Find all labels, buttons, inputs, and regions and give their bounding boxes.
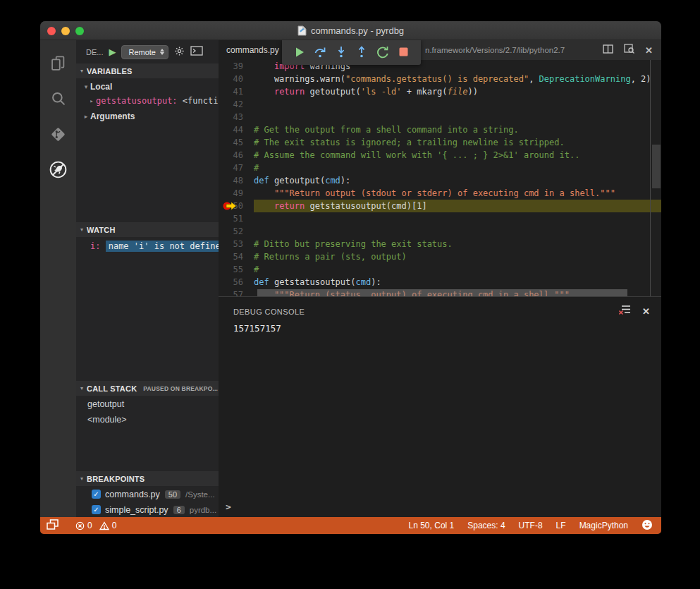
problems-indicator[interactable]: 0 0 bbox=[75, 521, 116, 530]
code-text: warnings.warn("commands.getstatus() is d… bbox=[254, 73, 661, 85]
variables-section-header[interactable]: ▾ VARIABLES bbox=[76, 63, 219, 78]
line-number-gutter[interactable]: 41 bbox=[219, 85, 254, 98]
line-number-gutter[interactable]: 46 bbox=[219, 149, 254, 162]
tab-commands-py[interactable]: commands.py bbox=[219, 40, 292, 60]
line-number-gutter[interactable]: 47 bbox=[219, 162, 254, 174]
line-number-gutter[interactable]: 49 bbox=[219, 187, 254, 200]
twistie-icon[interactable]: ▾ bbox=[82, 83, 90, 90]
close-editor-icon[interactable]: ✕ bbox=[645, 45, 653, 56]
code-line-48[interactable]: 48def getoutput(cmd): bbox=[219, 174, 661, 187]
console-input-prompt[interactable]: > bbox=[226, 502, 231, 512]
code-text: # bbox=[254, 263, 661, 276]
search-icon[interactable] bbox=[40, 81, 76, 116]
line-number-gutter[interactable]: 51 bbox=[219, 212, 254, 225]
line-number-gutter[interactable]: 42 bbox=[219, 98, 254, 111]
window-title: commands.py - pyrdbg bbox=[297, 25, 404, 36]
breakpoint-line-badge: 6 bbox=[173, 506, 185, 514]
line-number-gutter[interactable]: 39 bbox=[219, 60, 254, 73]
code-line-52[interactable]: 52 bbox=[219, 225, 661, 238]
clear-console-icon[interactable] bbox=[619, 305, 630, 317]
debug-console-panel: DEBUG CONSOLE ✕ 157157157 > bbox=[219, 296, 661, 517]
line-number-gutter[interactable]: 43 bbox=[219, 111, 254, 123]
debug-icon[interactable] bbox=[40, 152, 76, 187]
split-editor-icon[interactable] bbox=[603, 44, 613, 56]
remote-indicator-icon[interactable] bbox=[47, 519, 59, 532]
debug-config-dropdown[interactable]: Remote bbox=[121, 45, 168, 59]
breakpoint-checkbox[interactable]: ✓ bbox=[92, 505, 101, 514]
code-text: # The exit status is ignored; a trailing… bbox=[254, 136, 661, 149]
editor-area: commands.py n.framework/Versions/2.7/lib… bbox=[219, 40, 661, 517]
line-number-gutter[interactable]: 54 bbox=[219, 250, 254, 263]
line-number-gutter[interactable]: 55 bbox=[219, 263, 254, 276]
restart-button[interactable] bbox=[374, 44, 391, 61]
watch-expression-row[interactable]: i: name 'i' is not defined bbox=[76, 239, 219, 253]
zoom-window-button[interactable] bbox=[75, 27, 84, 35]
code-editor[interactable]: 39 import warnings40 warnings.warn("comm… bbox=[219, 60, 661, 296]
step-into-button[interactable] bbox=[333, 44, 350, 61]
watch-section-header[interactable]: ▾ WATCH bbox=[76, 222, 219, 237]
preview-icon[interactable] bbox=[624, 44, 634, 56]
code-line-44[interactable]: 44# Get the output from a shell command … bbox=[219, 123, 661, 136]
vertical-scrollbar[interactable] bbox=[652, 145, 661, 188]
call-stack-section-header[interactable]: ▾ CALL STACK PAUSED ON BREAKPO... bbox=[76, 381, 219, 396]
code-line-51[interactable]: 51 bbox=[219, 212, 661, 225]
configure-gear-icon[interactable] bbox=[174, 46, 185, 59]
code-line-45[interactable]: 45# The exit status is ignored; a traili… bbox=[219, 136, 661, 149]
twistie-icon[interactable]: ▸ bbox=[82, 113, 90, 120]
breakpoint-row[interactable]: ✓ simple_script.py 6 pyrdb... bbox=[76, 502, 219, 517]
code-line-40[interactable]: 40 warnings.warn("commands.getstatus() i… bbox=[219, 73, 661, 85]
code-line-43[interactable]: 43 bbox=[219, 111, 661, 123]
indentation[interactable]: Spaces: 4 bbox=[467, 521, 505, 530]
horizontal-scrollbar[interactable] bbox=[257, 289, 627, 296]
twistie-icon[interactable]: ▸ bbox=[87, 97, 96, 104]
encoding[interactable]: UTF-8 bbox=[519, 521, 543, 530]
language-mode[interactable]: MagicPython bbox=[579, 521, 628, 530]
cursor-position[interactable]: Ln 50, Col 1 bbox=[409, 521, 455, 530]
code-line-41[interactable]: 41 return getoutput('ls -ld' + mkarg(fil… bbox=[219, 85, 661, 98]
stack-frame-row[interactable]: <module> bbox=[76, 413, 219, 427]
breakpoint-checkbox[interactable]: ✓ bbox=[92, 490, 101, 499]
line-number-gutter[interactable]: 44 bbox=[219, 123, 254, 136]
debug-view-title: DE... bbox=[86, 48, 103, 56]
line-number-gutter[interactable]: 53 bbox=[219, 238, 254, 250]
code-line-49[interactable]: 49 """Return output (stdout or stderr) o… bbox=[219, 187, 661, 200]
line-number-gutter[interactable]: 40 bbox=[219, 73, 254, 85]
code-line-55[interactable]: 55# bbox=[219, 263, 661, 276]
start-debug-button[interactable]: ▶ bbox=[109, 47, 116, 57]
line-number-gutter[interactable]: 45 bbox=[219, 136, 254, 149]
scope-local-row[interactable]: ▾ Local bbox=[76, 80, 219, 93]
code-line-42[interactable]: 42 bbox=[219, 98, 661, 111]
code-line-53[interactable]: 53# Ditto but preserving the exit status… bbox=[219, 238, 661, 250]
explorer-icon[interactable] bbox=[40, 46, 76, 81]
breakpoint-row[interactable]: ✓ commands.py 50 /Syste... bbox=[76, 487, 219, 502]
continue-button[interactable] bbox=[291, 44, 308, 61]
code-line-50[interactable]: 50 return getstatusoutput(cmd)[1] bbox=[219, 200, 661, 212]
code-line-54[interactable]: 54# Returns a pair (sts, output) bbox=[219, 250, 661, 263]
scope-arguments-row[interactable]: ▸ Arguments bbox=[76, 109, 219, 123]
code-text bbox=[254, 98, 661, 111]
code-text bbox=[254, 225, 661, 238]
eol-sequence[interactable]: LF bbox=[556, 521, 566, 530]
stack-frame-row[interactable]: getoutput bbox=[76, 397, 219, 411]
code-line-46[interactable]: 46# Assume the command will work with '{… bbox=[219, 149, 661, 162]
feedback-smiley-icon[interactable] bbox=[641, 519, 653, 533]
source-control-icon[interactable] bbox=[40, 116, 76, 152]
watch-value: name 'i' is not defined bbox=[106, 241, 219, 252]
variable-row[interactable]: ▸ getstatusoutput: <function... bbox=[76, 94, 219, 108]
line-number-gutter[interactable]: 48 bbox=[219, 174, 254, 187]
stop-button[interactable] bbox=[395, 44, 412, 61]
close-panel-icon[interactable]: ✕ bbox=[642, 306, 650, 317]
step-out-button[interactable] bbox=[353, 44, 370, 61]
line-number-gutter[interactable]: 52 bbox=[219, 225, 254, 238]
collapse-arrow-icon: ▾ bbox=[80, 226, 83, 233]
minimize-window-button[interactable] bbox=[61, 27, 70, 35]
open-debug-console-icon[interactable] bbox=[190, 46, 203, 58]
warning-icon bbox=[99, 521, 109, 530]
line-number-gutter[interactable]: 56 bbox=[219, 276, 254, 289]
breakpoints-section-header[interactable]: ▾ BREAKPOINTS bbox=[76, 471, 219, 486]
line-number-gutter[interactable]: 57 bbox=[219, 289, 254, 296]
code-line-56[interactable]: 56def getstatusoutput(cmd): bbox=[219, 276, 661, 289]
close-window-button[interactable] bbox=[47, 27, 56, 35]
step-over-button[interactable] bbox=[312, 44, 328, 61]
code-line-47[interactable]: 47# bbox=[219, 162, 661, 174]
